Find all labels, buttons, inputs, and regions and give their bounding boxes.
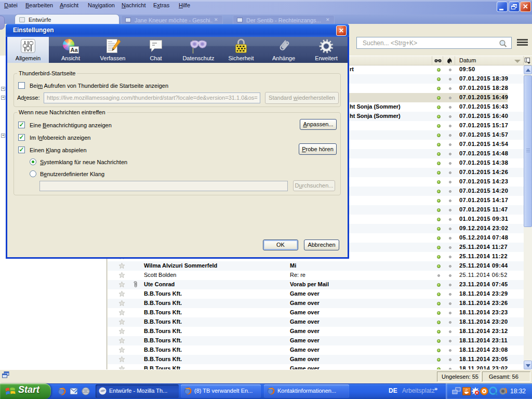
svg-text:Aa: Aa bbox=[71, 47, 78, 53]
